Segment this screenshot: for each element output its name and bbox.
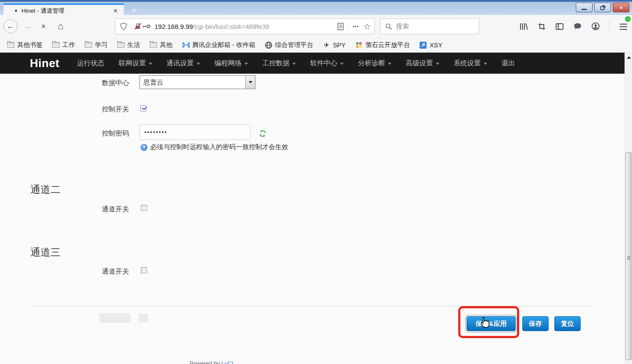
nav-item-run-status[interactable]: 运行状态 <box>77 59 104 68</box>
back-button[interactable]: ← <box>4 19 18 33</box>
tab-close-icon[interactable]: × <box>111 7 120 15</box>
folder-icon <box>7 42 14 48</box>
shield-icon[interactable] <box>119 22 128 31</box>
plane-icon: ✈ <box>323 41 330 49</box>
bookmark-folder-other[interactable]: 其他书签 <box>7 41 43 49</box>
key-icon[interactable] <box>142 22 151 31</box>
close-icon: × <box>619 4 623 11</box>
library-icon[interactable] <box>519 22 528 31</box>
data-center-value: 思普云 <box>140 76 245 89</box>
update-available-badge: ↑ <box>625 16 631 22</box>
bookmark-tencent-mail[interactable]: 腾讯企业邮箱 - 收件箱 <box>182 41 255 49</box>
section-title-channel-2: 通道二 <box>30 183 61 196</box>
bookmark-ezviz[interactable]: 萤石云开放平台 <box>355 41 410 49</box>
scrollbar-grip-icon <box>627 256 630 257</box>
chevron-down-icon <box>388 63 391 65</box>
bookmark-folder-work[interactable]: 工作 <box>52 41 75 49</box>
tab-favicon-dot-icon <box>15 10 17 12</box>
screenshot-crop-icon[interactable] <box>537 22 546 31</box>
titlebar: Hinet - 通道管理 × + × <box>0 0 632 15</box>
bookmark-folder-study[interactable]: 学习 <box>85 41 108 49</box>
chevron-down-icon <box>197 63 200 65</box>
control-switch-checkbox[interactable] <box>140 105 147 111</box>
page-scrollbar[interactable] <box>625 53 632 364</box>
url-path: /cgi-bin/luci/;stok=489fe39 <box>193 23 269 30</box>
chevron-down-icon <box>436 63 439 65</box>
insecure-lock-icon[interactable] <box>133 22 142 31</box>
bookmark-mgmt-platform[interactable]: 综合管理平台 <box>265 41 313 49</box>
restore-button[interactable] <box>594 3 611 12</box>
minimize-button[interactable] <box>576 3 592 12</box>
help-icon: ? <box>140 144 147 151</box>
scrollbar-thumb[interactable] <box>625 152 632 360</box>
nav-item-software-center[interactable]: 软件中心 <box>310 59 344 68</box>
nav-item-network-settings[interactable]: 联网设置 <box>119 59 152 68</box>
page-footer: Powered by LuCI <box>190 360 453 364</box>
nav-item-logout[interactable]: 退出 <box>502 59 515 68</box>
nav-item-industrial-data[interactable]: 工控数据 <box>262 59 296 68</box>
home-button[interactable]: ⌂ <box>54 22 68 31</box>
refresh-icon[interactable] <box>258 129 267 138</box>
search-input[interactable]: 搜索 <box>396 22 409 31</box>
nav-item-system-settings[interactable]: 系统设置 <box>454 59 487 68</box>
nav-item-diagnostics[interactable]: 分析诊断 <box>358 59 391 68</box>
site-brand[interactable]: Hinet <box>30 57 60 70</box>
urlbar-divider <box>348 22 348 31</box>
minimize-icon <box>582 9 587 10</box>
render-artifact <box>99 313 131 323</box>
scrollbar-up-icon[interactable] <box>625 54 632 61</box>
ezviz-dots-icon <box>355 41 363 49</box>
control-switch-label: 控制开关 <box>102 105 163 114</box>
bookmarks-bar: 其他书签 工作 学习 生活 其他 腾讯企业邮箱 - 收件箱 综合管理平台 ✈ S… <box>0 38 632 53</box>
hamburger-icon <box>620 24 627 25</box>
render-artifact <box>139 314 148 322</box>
folder-icon <box>117 42 125 48</box>
save-button[interactable]: 保存 <box>522 316 549 331</box>
restore-icon <box>600 6 604 10</box>
folder-icon <box>150 42 157 48</box>
toolbar-right-icons: ↑ <box>519 18 628 34</box>
nav-item-comm-settings[interactable]: 通讯设置 <box>167 59 200 68</box>
tencent-mail-icon <box>182 41 190 49</box>
reader-mode-icon[interactable] <box>336 22 345 31</box>
window-controls: × <box>576 3 629 12</box>
bookmark-folder-life[interactable]: 生活 <box>117 41 140 49</box>
menu-button[interactable]: ↑ <box>619 22 628 31</box>
bookmark-spy[interactable]: ✈ SPY <box>323 41 345 49</box>
channel2-switch-label: 通道开关 <box>102 205 163 214</box>
bookmark-xsy[interactable]: XSY <box>420 41 442 49</box>
control-password-input[interactable]: •••••••• <box>140 125 251 140</box>
stop-button[interactable]: × <box>37 22 50 31</box>
account-icon[interactable] <box>591 22 600 31</box>
folder-icon <box>52 42 60 48</box>
section-title-channel-3: 通道三 <box>30 246 61 259</box>
footer-link[interactable]: LuCI <box>221 360 233 364</box>
sidebar-toggle-icon[interactable] <box>555 22 564 31</box>
nav-toolbar: ← → × ⌂ <box>0 15 632 38</box>
forward-button[interactable]: → <box>21 21 34 31</box>
search-icon <box>384 22 393 31</box>
data-center-select[interactable]: 思普云 <box>140 75 255 89</box>
urlbar-divider <box>130 22 131 31</box>
page-actions-icon[interactable]: ••• <box>351 24 361 29</box>
url-text[interactable]: 192.168.9.99/cgi-bin/luci/;stok=489fe39 <box>154 23 336 30</box>
nav-item-advanced-settings[interactable]: 高级设置 <box>406 59 439 68</box>
messages-bubble-icon[interactable] <box>573 22 582 31</box>
new-tab-button[interactable]: + <box>128 5 140 16</box>
channel3-switch-label: 通道开关 <box>102 267 163 276</box>
tab-title: Hinet - 通道管理 <box>22 7 111 15</box>
url-bar[interactable]: 192.168.9.99/cgi-bin/luci/;stok=489fe39 … <box>115 18 375 34</box>
channel3-switch-checkbox[interactable] <box>141 267 147 273</box>
reset-button[interactable]: 复位 <box>554 316 581 331</box>
search-bar[interactable]: 搜索 <box>380 18 479 34</box>
channel2-switch-checkbox[interactable] <box>141 205 147 211</box>
select-dropdown-icon[interactable] <box>245 76 255 89</box>
bookmark-folder-misc[interactable]: 其他 <box>150 41 172 49</box>
nav-item-programming-network[interactable]: 编程网络 <box>215 59 248 68</box>
save-apply-button[interactable]: 保存&应用 <box>467 316 516 331</box>
globe-icon <box>265 41 272 49</box>
chevron-down-icon <box>244 63 248 65</box>
bookmark-star-icon[interactable]: ☆ <box>361 21 371 32</box>
close-button[interactable]: × <box>613 3 629 12</box>
chevron-down-icon <box>149 63 152 65</box>
